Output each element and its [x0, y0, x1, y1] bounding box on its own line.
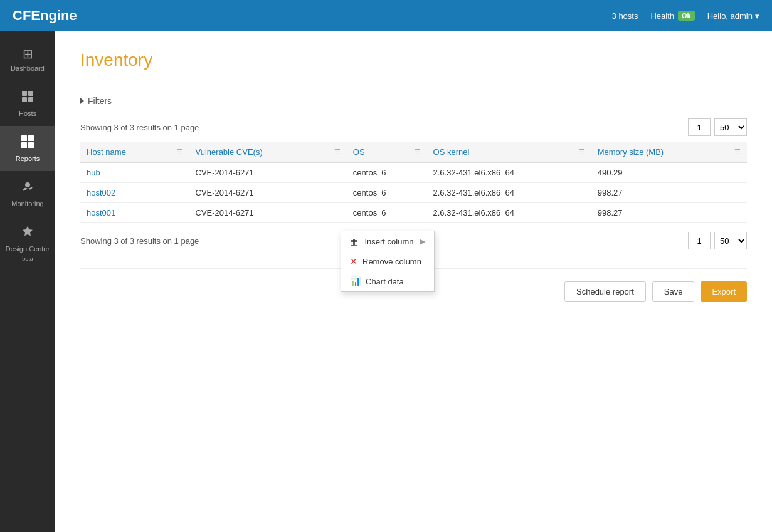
brand-logo[interactable]: CFEngine	[13, 8, 77, 24]
cell-cve-hub: CVE-2014-6271	[189, 162, 347, 183]
col-label-os: OS	[353, 147, 365, 157]
context-menu-insert-column[interactable]: ▦ Insert column ▶	[341, 231, 434, 251]
hosts-icon	[21, 90, 34, 107]
monitoring-icon	[21, 180, 34, 197]
context-menu-insert-column-label: Insert column	[364, 237, 413, 246]
cell-memory-host001: 998.27	[591, 203, 747, 223]
pagination-controls-top: 50 25 100	[688, 118, 747, 136]
navbar-right: 3 hosts Health Ok Hello, admin ▾	[612, 11, 759, 21]
sidebar-item-dashboard[interactable]: ⊞ Dashboard	[0, 38, 55, 81]
cell-kernel-host001: 2.6.32-431.el6.x86_64	[427, 203, 591, 223]
svg-rect-4	[21, 135, 27, 141]
table-body: hub CVE-2014-6271 centos_6 2.6.32-431.el…	[80, 162, 747, 223]
cell-kernel-hub: 2.6.32-431.el6.x86_64	[427, 162, 591, 183]
reports-icon	[21, 135, 34, 152]
app-wrapper: ⊞ Dashboard Hosts	[0, 31, 772, 532]
filters-section: Filters	[80, 96, 747, 106]
sidebar-label-hosts: Hosts	[19, 110, 36, 117]
svg-rect-1	[28, 91, 33, 96]
svg-rect-2	[22, 97, 27, 102]
sidebar: ⊞ Dashboard Hosts	[0, 31, 55, 532]
design-center-icon	[21, 225, 34, 242]
col-sort-memory-size[interactable]: ☰	[734, 148, 741, 156]
cell-host-host001: host001	[80, 203, 189, 223]
col-sort-vulnerable-cves[interactable]: ☰	[334, 148, 341, 156]
page-number-input-bottom[interactable]	[688, 232, 711, 249]
page-number-input-top[interactable]	[688, 118, 711, 136]
table-row: host001 CVE-2014-6271 centos_6 2.6.32-43…	[80, 203, 747, 223]
chevron-right-icon	[80, 98, 84, 104]
insert-column-icon: ▦	[350, 236, 358, 246]
export-button[interactable]: Export	[701, 281, 747, 302]
col-label-vulnerable-cves: Vulnerable CVE(s)	[196, 147, 263, 157]
results-info-top: Showing 3 of 3 results on 1 page	[80, 123, 199, 132]
sidebar-label-reports: Reports	[16, 155, 40, 162]
cell-os-hub: centos_6	[347, 162, 427, 183]
col-sort-os-kernel[interactable]: ☰	[579, 148, 585, 156]
user-label: Hello, admin	[707, 11, 753, 21]
host-link-host002[interactable]: host002	[87, 188, 115, 197]
svg-rect-0	[22, 91, 27, 96]
sidebar-item-hosts[interactable]: Hosts	[0, 81, 55, 126]
svg-rect-3	[28, 97, 33, 102]
col-header-host-name: Host name ☰	[80, 142, 189, 162]
svg-point-8	[25, 182, 30, 187]
svg-rect-7	[28, 142, 34, 148]
col-sort-os[interactable]: ☰	[415, 148, 421, 156]
page-title: Inventory	[80, 50, 747, 70]
context-menu-chart-data[interactable]: 📊 Chart data	[341, 271, 434, 291]
col-label-os-kernel: OS kernel	[433, 147, 470, 157]
cell-cve-host001: CVE-2014-6271	[189, 203, 347, 223]
per-page-select-top[interactable]: 50 25 100	[714, 118, 747, 136]
col-header-memory-size: Memory size (MB) ☰	[591, 142, 747, 162]
context-menu: ▦ Insert column ▶ ✕ Remove column 📊 Char…	[341, 231, 435, 292]
submenu-arrow-icon: ▶	[420, 237, 425, 246]
col-label-host-name: Host name	[87, 147, 126, 157]
cell-os-host002: centos_6	[347, 183, 427, 203]
cell-memory-hub: 490.29	[591, 162, 747, 183]
remove-column-icon: ✕	[350, 256, 357, 266]
host-link-host001[interactable]: host001	[87, 208, 115, 217]
navbar: CFEngine 3 hosts Health Ok Hello, admin …	[0, 0, 772, 31]
hosts-count: 3 hosts	[612, 11, 638, 21]
filters-toggle[interactable]: Filters	[80, 96, 112, 106]
col-header-vulnerable-cves: Vulnerable CVE(s) ☰	[189, 142, 347, 162]
cell-memory-host002: 998.27	[591, 183, 747, 203]
per-page-select-bottom[interactable]: 50 25 100	[714, 232, 747, 249]
host-link-hub[interactable]: hub	[87, 168, 100, 177]
health-section[interactable]: Health Ok	[650, 11, 694, 21]
table-controls-top: Showing 3 of 3 results on 1 page 50 25 1…	[80, 118, 747, 136]
col-label-memory-size: Memory size (MB)	[598, 147, 664, 157]
user-menu[interactable]: Hello, admin ▾	[707, 11, 759, 21]
context-menu-remove-column[interactable]: ✕ Remove column	[341, 251, 434, 271]
cell-host-hub: hub	[80, 162, 189, 183]
cell-cve-host002: CVE-2014-6271	[189, 183, 347, 203]
main-content: Inventory Filters Showing 3 of 3 results…	[55, 31, 772, 532]
chevron-down-icon: ▾	[755, 11, 759, 21]
pagination-controls-bottom: 50 25 100	[688, 232, 747, 249]
context-menu-chart-data-label: Chart data	[366, 277, 404, 286]
filters-label: Filters	[88, 96, 112, 106]
title-divider	[80, 83, 747, 83]
sidebar-label-monitoring: Monitoring	[11, 200, 43, 207]
sidebar-label-design-center-beta: beta	[22, 256, 33, 262]
svg-rect-6	[21, 142, 27, 148]
save-button[interactable]: Save	[652, 281, 695, 302]
table-row: hub CVE-2014-6271 centos_6 2.6.32-431.el…	[80, 162, 747, 183]
schedule-report-button[interactable]: Schedule report	[564, 281, 646, 302]
svg-rect-5	[28, 135, 34, 141]
table-header-row: Host name ☰ Vulnerable CVE(s) ☰ OS	[80, 142, 747, 162]
dashboard-icon: ⊞	[23, 46, 33, 61]
health-label: Health	[650, 11, 674, 21]
col-sort-host-name[interactable]: ☰	[177, 148, 183, 156]
sidebar-label-design-center: Design Center	[6, 245, 50, 253]
sidebar-item-monitoring[interactable]: Monitoring	[0, 171, 55, 216]
health-badge: Ok	[678, 11, 695, 21]
table-row: host002 CVE-2014-6271 centos_6 2.6.32-43…	[80, 183, 747, 203]
sidebar-item-reports[interactable]: Reports	[0, 126, 55, 171]
col-header-os: OS ☰	[347, 142, 427, 162]
cell-host-host002: host002	[80, 183, 189, 203]
col-header-os-kernel: OS kernel ☰	[427, 142, 591, 162]
cell-kernel-host002: 2.6.32-431.el6.x86_64	[427, 183, 591, 203]
sidebar-item-design-center[interactable]: Design Center beta	[0, 216, 55, 271]
